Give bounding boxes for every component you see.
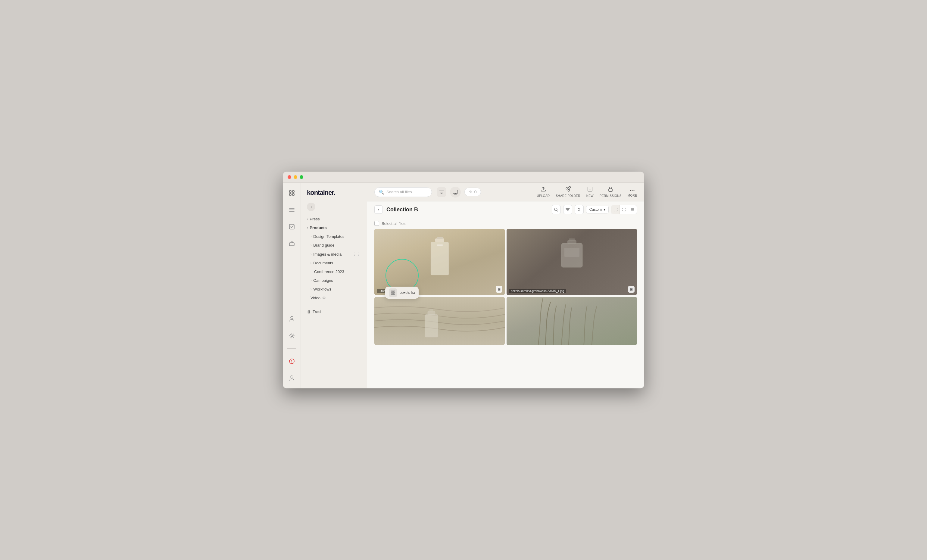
svg-rect-42 [437,244,443,246]
svg-rect-34 [622,208,626,209]
sidebar-item-trash[interactable]: 🗑 Trash [301,307,367,316]
rail-briefcase-icon[interactable] [286,238,297,249]
rail-help-icon[interactable] [286,356,297,367]
sidebar-item-products[interactable]: › Products [301,223,367,232]
svg-point-27 [634,190,635,191]
browser-titlebar [283,171,644,183]
svg-rect-1 [292,191,294,193]
sidebar-item-workflows[interactable]: › Workflows [301,285,367,294]
traffic-light-red[interactable] [287,175,291,179]
content-sort-button[interactable] [574,205,584,214]
traffic-light-green[interactable] [300,175,303,179]
rail-list-icon[interactable] [286,205,297,215]
new-button[interactable]: NEW [587,187,594,197]
svg-rect-24 [609,189,612,191]
sidebar-back-button[interactable]: ‹ [307,203,315,211]
permissions-button[interactable]: PERMISSIONS [600,187,622,197]
svg-rect-40 [437,237,443,239]
rail-grid-icon[interactable] [286,188,297,199]
svg-rect-48 [427,311,435,315]
chevron-icon: › [310,244,312,247]
sidebar-video-label: Video [310,296,321,300]
image-1-filename: ...rabowska-83615.jpg [377,289,410,293]
rail-user-icon[interactable] [286,313,297,324]
image-1-bg [374,229,505,295]
svg-rect-18 [453,190,458,193]
image-cell-1[interactable]: ...rabowska-83615.jpg ⊞ [374,229,505,295]
rail-profile-icon[interactable] [286,373,297,384]
search-icon: 🔍 [379,190,384,194]
svg-rect-30 [614,208,615,209]
drag-handle: ⋮⋮ [353,252,361,256]
image-2-bg [506,229,637,295]
monitor-button[interactable] [450,187,461,197]
video-settings-icon[interactable]: ⚙ [322,296,326,300]
share-icon [565,187,571,193]
sidebar-brand-guide-label: Brand guide [313,243,334,247]
image-grid: ...rabowska-83615.jpg ⊞ [374,229,637,345]
sidebar-item-press[interactable]: › Press [301,215,367,223]
main-content: 🔍 Search all files [367,183,644,389]
more-button[interactable]: MORE [628,187,637,197]
rail-settings-icon[interactable] [286,330,297,341]
image-2-copy-icon[interactable]: ⊞ [628,286,635,293]
image-1-copy-icon[interactable]: ⊞ [496,286,502,293]
sidebar-images-media-label: Images & media [313,252,342,256]
sidebar-item-campaigns[interactable]: › Campaigns [301,276,367,285]
content-header-actions: Custom ▾ [552,205,637,214]
select-all-row: Select all files [367,218,644,229]
sidebar-item-brand-guide[interactable]: › Brand guide [301,241,367,250]
search-placeholder: Search all files [386,190,412,194]
image-cell-2[interactable]: pexels-karolina-grabowska-83615_1.jpg ⊞ [506,229,637,295]
svg-rect-33 [616,210,617,211]
svg-rect-44 [567,240,576,244]
view-toggle-list[interactable] [628,205,637,214]
icon-rail [283,183,301,389]
image-3-bg [374,297,505,345]
svg-line-29 [557,211,558,211]
sidebar-campaigns-label: Campaigns [313,278,333,283]
rail-divider [287,348,296,349]
rail-check-icon[interactable] [286,221,297,232]
svg-rect-8 [289,243,294,246]
svg-rect-0 [289,191,291,193]
content-back-button[interactable]: ‹ [374,205,383,214]
search-filter-button[interactable] [437,187,446,197]
svg-rect-2 [289,194,291,196]
select-all-checkbox[interactable] [374,221,379,226]
select-all-label: Select all files [381,221,405,226]
sidebar-item-documents[interactable]: › Documents [301,259,367,267]
upload-button[interactable]: UPLOAD [537,187,550,197]
svg-rect-46 [564,248,579,257]
svg-rect-35 [622,210,626,211]
content-search-button[interactable] [552,205,561,214]
sidebar-item-conference[interactable]: Conference 2023 [301,267,367,276]
top-header: 🔍 Search all files [367,183,644,202]
sidebar-divider [306,305,362,305]
sidebar-item-design-templates[interactable]: › Design Templates [301,232,367,241]
search-bar[interactable]: 🔍 Search all files [374,187,432,197]
traffic-light-yellow[interactable] [294,175,297,179]
svg-point-10 [291,335,293,337]
sidebar-design-templates-label: Design Templates [313,234,344,239]
view-toggle-medium[interactable] [620,205,628,214]
share-folder-button[interactable]: SHARE FOLDER [556,187,580,197]
image-cell-4[interactable] [506,297,637,345]
starred-button[interactable]: ☆ 0 [464,188,481,196]
more-icon [629,187,635,193]
content-filter-button[interactable] [563,205,572,214]
sidebar-item-images-media[interactable]: › Images & media ⋮⋮ [301,250,367,259]
svg-rect-41 [431,242,449,275]
sidebar-documents-label: Documents [313,261,333,265]
svg-point-25 [630,190,631,191]
chevron-icon: › [310,253,312,256]
content-area-header: ‹ Collection B [367,202,644,218]
sidebar-item-video[interactable]: Video ⚙ [301,294,367,302]
sidebar-workflows-label: Workflows [313,287,331,291]
sidebar-products-label: Products [310,226,327,230]
sidebar-conference-label: Conference 2023 [314,269,344,274]
custom-sort-dropdown[interactable]: Custom ▾ [586,206,609,214]
image-cell-3[interactable] [374,297,505,345]
view-toggle-grid[interactable] [611,205,620,214]
trash-icon: 🗑 [307,310,311,314]
